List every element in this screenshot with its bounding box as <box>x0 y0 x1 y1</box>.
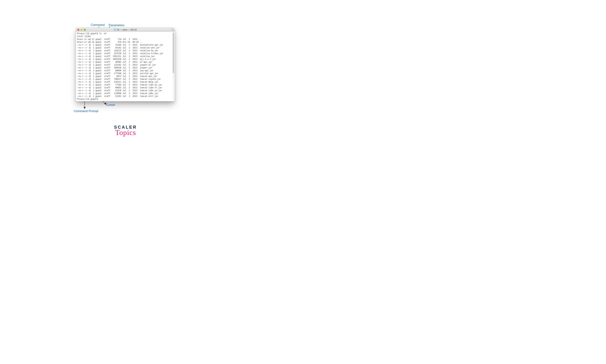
terminal-output: Pinaca:lib gopal$ ls -al total 12264 drw… <box>77 32 174 101</box>
scroll-thumb[interactable] <box>173 32 174 73</box>
close-icon[interactable] <box>77 29 79 31</box>
folder-icon <box>114 29 116 31</box>
window-title: lib — bash — 80×24 <box>76 28 175 31</box>
titlebar[interactable]: lib — bash — 80×24 <box>76 28 175 32</box>
expand-icon[interactable] <box>171 28 174 31</box>
zoom-icon[interactable] <box>84 29 86 31</box>
brand-logo: SCALER Topics <box>114 125 137 137</box>
minimize-icon[interactable] <box>80 29 82 31</box>
terminal-window: lib — bash — 80×24 Pinaca:lib gopal$ ls … <box>76 28 175 101</box>
scrollbar[interactable] <box>173 32 174 100</box>
terminal-body[interactable]: Pinaca:lib gopal$ ls -al total 12264 drw… <box>76 32 175 101</box>
window-title-text: lib — bash — 80×24 <box>117 28 137 31</box>
logo-topics: Topics <box>114 128 137 137</box>
label-command-prompt: Command Prompt <box>74 109 98 113</box>
label-cursor: Cursor <box>106 103 115 107</box>
